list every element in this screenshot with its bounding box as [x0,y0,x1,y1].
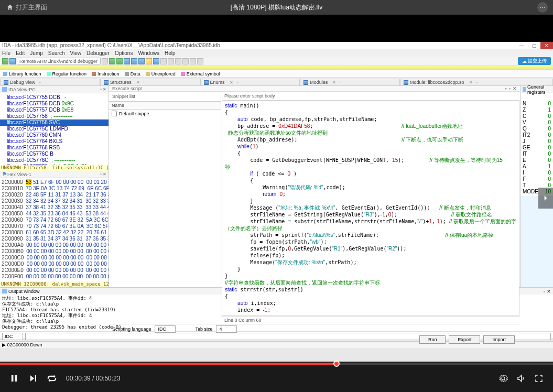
tool10-icon[interactable] [175,58,181,64]
step-icon[interactable] [109,58,115,64]
hex-row[interactable]: 2C000C0 00 00 00 00 00 00 00 00 00 00 00… [2,255,107,261]
run-button[interactable]: Run [419,335,446,344]
tool7-icon[interactable] [153,58,159,64]
hex-view[interactable]: 2C00000 53 51 E7 6F 00 00 00 00 00 01 20… [0,178,109,281]
disasm-line[interactable]: libc.so:F1C57758 SVC [0,119,109,126]
tool12-icon[interactable] [190,58,196,64]
tab-debug-view[interactable]: Debug View▫ [0,79,100,85]
tool13-icon[interactable] [197,58,203,64]
register-list[interactable]: N Z C V Q IT2 J GE IT E A I F T MODE0 1 … [521,100,553,196]
hex-row[interactable]: 2C00080 61 60 65 3D 32 42 32 22 20 76 61… [2,230,107,236]
tool9-icon[interactable] [168,58,174,64]
tab-structures[interactable]: Structures✕▫ [100,79,200,85]
close-x-icon[interactable]: ▫ ✕ [100,172,106,177]
popout-icon[interactable]: ▫ [509,86,511,91]
blank-panel [521,196,553,287]
close-button[interactable]: ✕ [540,42,553,49]
fullscreen-button[interactable] [534,374,544,383]
maximize-button[interactable]: ▢ [528,42,540,49]
pause-button[interactable] [9,374,19,383]
hex-row[interactable]: 2C00070 70 73 74 72 60 67 3E 0A 3C 6C 5F [2,223,107,230]
menu-view[interactable]: View [70,50,82,56]
tool-icon[interactable] [102,58,108,64]
tool4-icon[interactable] [131,58,137,64]
next-video-arrow[interactable] [538,188,553,209]
player-controls: 00:30:39 / 00:50:23 [0,362,553,392]
menu-debugger[interactable]: Debugger [86,50,110,56]
menu-windows[interactable]: Windows [138,50,159,56]
disasm-line[interactable]: libc.so:F1C57768 RSB [0,145,109,151]
upload-button[interactable]: ☁ 提交上传 [518,57,551,65]
nav-band[interactable] [0,66,553,70]
menu-help[interactable]: Help [165,50,176,56]
menu-file[interactable]: File [2,50,10,56]
snippet-item[interactable]: Default snippe… [109,110,221,117]
pause-icon[interactable] [9,58,16,64]
tool3-icon[interactable] [124,58,130,64]
hex-row[interactable]: 2C00040 37 38 41 32 35 32 35 33 33 33 44… [2,204,107,211]
tab-modules[interactable]: Modules✕▫ [300,79,400,85]
svg-rect-4 [15,375,17,382]
line-icon [1,164,6,165]
lang-select[interactable]: IDC [155,325,176,333]
hex-row[interactable]: 2C000E0 00 00 00 00 00 00 00 00 00 00 00… [2,267,107,274]
disasm-line[interactable]: libc.so:F1C57760 CMN [0,132,109,138]
snippet-col-header[interactable]: Name [109,101,221,110]
disasm-line[interactable]: libc.so:F1C5776C B [0,151,109,157]
progress-knob[interactable] [333,361,340,367]
hex-row[interactable]: 2C00000 53 51 E7 6F 00 00 00 00 00 01 20… [2,179,107,186]
doc-icon [112,111,117,116]
step2-icon[interactable] [116,58,123,64]
ida-window-title: IDA - ida33985.idb (app_process32_xposed… [0,42,553,49]
menu-edit[interactable]: Edit [16,50,25,56]
tool11-icon[interactable] [182,58,189,64]
cmd-lang-select[interactable]: IDC [2,333,23,340]
close-x-icon[interactable]: ▫ ✕ [100,87,106,92]
disassembly-view[interactable]: libc.so:F1C57755 DCB -libc.so:F1C57756 D… [0,93,109,165]
next-button[interactable] [28,374,38,383]
hex-row[interactable]: 2C000D0 00 00 00 00 00 00 00 00 00 00 00… [2,261,107,267]
loop-button[interactable] [47,374,57,383]
hex-row[interactable]: 2C000A0 00 00 00 00 00 00 00 00 00 00 00… [2,242,107,248]
tab-icon [523,87,526,92]
hex-row[interactable]: 2C00090 31 35 31 34 37 34 36 31 37 36 35… [2,236,107,242]
settings-button[interactable] [498,374,508,383]
hex-row[interactable]: 2C00010 70 3E 0A 3C 13 74 72 69 6E 6C 6F… [2,186,107,192]
hex-view-header: ⚑ Hex View-1▫ ✕ [0,171,109,178]
tool5-icon[interactable] [138,58,145,64]
menu-options[interactable]: Options [115,50,133,56]
close-icon[interactable]: ✕ [513,86,517,91]
hex-row[interactable]: 2C000B0 00 00 00 00 00 00 00 00 00 00 00… [2,248,107,255]
script-editor[interactable]: static main() { auto code, bp_addrese,fp… [222,100,519,315]
tab-module[interactable]: Module: libcocos2dcpp.so✕▫ [400,79,553,85]
tab-enums[interactable]: Enums✕▫ [200,79,300,85]
menu-search[interactable]: Search [48,50,65,56]
hex-row[interactable]: 2C00060 70 73 74 72 60 67 3E 32 5A 3C 6C… [2,217,107,223]
export-button[interactable]: Export [449,335,480,344]
hex-row[interactable]: 2C00050 44 32 35 33 36 04 46 43 53 38 44… [2,211,107,217]
disasm-line[interactable]: libc.so:F1C57755 DCB - [0,94,109,101]
close-x-icon[interactable]: ▫ ✕ [544,289,551,294]
home-button[interactable]: 打开主界面 [0,0,53,15]
hex-row[interactable]: 2C00030 32 34 32 34 37 32 34 31 30 32 33… [2,198,107,204]
hex-row[interactable]: 2C00020 22 48 5F 11 31 37 13 34 21 17 36… [2,192,107,198]
run-icon[interactable] [2,58,8,64]
more-button[interactable] [537,2,548,13]
pin-icon[interactable]: ▫ [505,86,507,91]
import-button[interactable]: Import [483,335,515,344]
disasm-line[interactable]: libc.so:F1C5776C ; ------------ [0,157,109,164]
tool8-icon[interactable] [160,58,167,64]
disasm-line[interactable]: libc.so:F1C5775C LDMFD [0,126,109,132]
disasm-line[interactable]: libc.so:F1C57756 DCB 0x9C [0,101,109,107]
tabsize-input[interactable]: 4 [216,325,237,333]
tool6-icon[interactable] [146,58,152,64]
minimize-button[interactable]: — [515,42,528,49]
menu-jump[interactable]: Jump [30,50,42,56]
disasm-line[interactable]: libc.so:F1C57757 DCB 0xE8 [0,107,109,113]
hex-row[interactable]: 2C00F00 00 00 00 00 00 00 00 00 00 00 00… [2,274,107,280]
disasm-line[interactable]: libc.so:F1C57764 BXLS [0,138,109,145]
disasm-line[interactable]: libc.so:F1C57758 ; ----------- [0,113,109,119]
progress-bar[interactable] [0,363,553,365]
debugger-select[interactable]: Remote ARMLinux/Android debugger [17,58,101,64]
volume-button[interactable] [516,374,526,383]
